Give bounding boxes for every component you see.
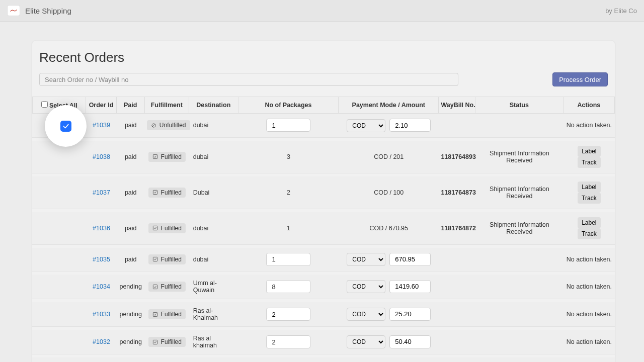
fulfillment-pill: Fulfilled bbox=[148, 337, 186, 347]
waybill-cell bbox=[439, 114, 475, 138]
destination-cell: dubai bbox=[189, 114, 238, 138]
fulfillment-pill: Fulfilled bbox=[148, 309, 186, 319]
row-select-cell[interactable] bbox=[32, 209, 86, 245]
table-row: #1031pendingFulfilledumm al-quwainCODNo … bbox=[32, 354, 615, 362]
amount-input[interactable] bbox=[389, 280, 431, 293]
actions-cell: No action taken. bbox=[564, 327, 615, 354]
packages-cell: 2 bbox=[238, 173, 339, 209]
track-button[interactable]: Track bbox=[578, 228, 601, 239]
order-link[interactable]: #1037 bbox=[93, 189, 110, 196]
orders-table: Select All Order Id Paid Fulfillment Des… bbox=[32, 97, 615, 362]
packages-cell bbox=[238, 272, 339, 299]
actions-cell: LabelTrack bbox=[564, 138, 615, 173]
order-link[interactable]: #1033 bbox=[93, 311, 110, 318]
payment-cell: COD / 201 bbox=[339, 138, 439, 173]
packages-input[interactable] bbox=[266, 308, 310, 321]
svg-rect-3 bbox=[153, 190, 157, 194]
check-square-icon bbox=[152, 225, 158, 231]
amount-input[interactable] bbox=[389, 335, 431, 348]
row-select-cell[interactable] bbox=[32, 354, 86, 362]
check-square-icon bbox=[152, 154, 158, 159]
actions-cell: No action taken. bbox=[564, 114, 615, 138]
packages-input[interactable] bbox=[266, 280, 310, 293]
payment-mode-select[interactable]: COD bbox=[347, 280, 385, 293]
label-button[interactable]: Label bbox=[578, 217, 600, 228]
check-square-icon bbox=[152, 256, 158, 262]
waybill-cell bbox=[439, 327, 475, 354]
page-title: Recent Orders bbox=[32, 50, 615, 65]
paid-cell: paid bbox=[117, 173, 145, 209]
col-fulfillment: Fulfillment bbox=[145, 97, 189, 114]
waybill-cell bbox=[439, 354, 475, 362]
order-link[interactable]: #1035 bbox=[93, 256, 110, 263]
label-button[interactable]: Label bbox=[578, 182, 600, 193]
process-order-button[interactable]: Process Order bbox=[552, 72, 608, 86]
status-cell bbox=[475, 272, 564, 299]
amount-input[interactable] bbox=[389, 119, 431, 132]
table-row: #1036paidFulfilleddubai1COD / 670.951181… bbox=[32, 209, 615, 245]
paid-cell: paid bbox=[117, 245, 145, 272]
col-packages: No of Packages bbox=[238, 97, 339, 114]
status-cell: Shipment Information Received bbox=[475, 173, 564, 209]
status-cell bbox=[475, 327, 564, 354]
track-button[interactable]: Track bbox=[578, 193, 601, 204]
row-select-checkbox-highlight[interactable] bbox=[60, 121, 71, 132]
row-select-cell[interactable] bbox=[32, 173, 86, 209]
check-square-icon bbox=[152, 339, 158, 345]
paid-cell: paid bbox=[117, 114, 145, 138]
col-destination: Destination bbox=[189, 97, 238, 114]
payment-cell: COD bbox=[339, 114, 439, 138]
order-link[interactable]: #1034 bbox=[93, 283, 110, 290]
row-select-cell[interactable] bbox=[32, 299, 86, 327]
actions-cell: No action taken. bbox=[564, 354, 615, 362]
status-cell: Shipment Information Received bbox=[475, 138, 564, 173]
table-row: #1035paidFulfilleddubaiCODNo action take… bbox=[32, 245, 615, 272]
fulfillment-pill: Fulfilled bbox=[148, 254, 186, 264]
track-button[interactable]: Track bbox=[578, 157, 601, 168]
amount-input[interactable] bbox=[389, 308, 431, 321]
row-select-cell[interactable] bbox=[32, 245, 86, 272]
fulfillment-pill: Unfulfilled bbox=[147, 120, 190, 130]
select-all-checkbox[interactable] bbox=[41, 101, 48, 108]
packages-cell bbox=[238, 114, 339, 138]
label-button[interactable]: Label bbox=[578, 146, 600, 157]
destination-cell: Ras al-Khaimah bbox=[189, 299, 238, 327]
svg-rect-5 bbox=[153, 257, 157, 261]
payment-cell: COD bbox=[339, 245, 439, 272]
payment-mode-select[interactable]: COD bbox=[347, 119, 385, 132]
waybill-cell: 1181764893 bbox=[439, 138, 475, 173]
payment-mode-select[interactable]: COD bbox=[347, 253, 385, 266]
payment-mode-select[interactable]: COD bbox=[347, 335, 385, 348]
packages-cell bbox=[238, 327, 339, 354]
row-select-cell[interactable] bbox=[32, 327, 86, 354]
destination-cell: Dubai bbox=[189, 173, 238, 209]
svg-rect-6 bbox=[153, 285, 157, 289]
order-link[interactable]: #1039 bbox=[93, 122, 110, 129]
highlight-bubble bbox=[45, 105, 87, 147]
packages-input[interactable] bbox=[266, 253, 310, 266]
destination-cell: dubai bbox=[189, 138, 238, 173]
amount-input[interactable] bbox=[389, 253, 431, 266]
row-select-cell[interactable] bbox=[32, 272, 86, 299]
payment-cell: COD bbox=[339, 354, 439, 362]
status-cell bbox=[475, 299, 564, 327]
paid-cell: paid bbox=[117, 209, 145, 245]
packages-cell bbox=[238, 245, 339, 272]
order-link[interactable]: #1038 bbox=[93, 153, 110, 160]
search-input[interactable] bbox=[39, 73, 458, 86]
check-square-icon bbox=[152, 312, 158, 317]
packages-input[interactable] bbox=[266, 335, 310, 348]
col-order-id: Order Id bbox=[86, 97, 116, 114]
order-link[interactable]: #1032 bbox=[93, 338, 110, 345]
payment-mode-select[interactable]: COD bbox=[347, 308, 385, 321]
packages-input[interactable] bbox=[266, 119, 310, 132]
status-cell bbox=[475, 114, 564, 138]
orders-table-wrap: Select All Order Id Paid Fulfillment Des… bbox=[32, 97, 615, 362]
status-cell bbox=[475, 354, 564, 362]
waybill-cell: 1181764873 bbox=[439, 173, 475, 209]
recent-orders-panel: Recent Orders Process Order Select All O… bbox=[32, 40, 615, 362]
paid-cell: paid bbox=[117, 138, 145, 173]
packages-cell: 1 bbox=[238, 209, 339, 245]
payment-cell: COD / 100 bbox=[339, 173, 439, 209]
order-link[interactable]: #1036 bbox=[93, 225, 110, 232]
